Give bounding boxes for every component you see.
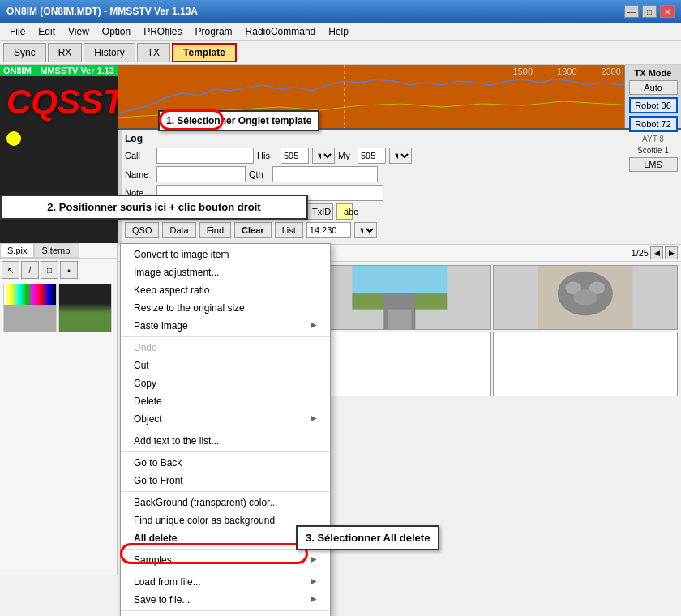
spectrum-labels: 1500 1900 2300: [513, 66, 624, 76]
freq-input[interactable]: [306, 222, 351, 238]
ctx-cut[interactable]: Cut: [121, 357, 330, 374]
robot36-btn[interactable]: Robot 36: [629, 97, 678, 113]
tab-rx[interactable]: RX: [48, 43, 83, 62]
menu-bar: File Edit View Option PROfiles Program R…: [0, 23, 681, 41]
image-cell-3[interactable]: [493, 265, 678, 330]
ctx-delete[interactable]: Delete: [121, 392, 330, 410]
data-btn[interactable]: Data: [162, 222, 195, 238]
clear-btn[interactable]: Clear: [234, 222, 272, 238]
txmode-label: TX Mode: [635, 68, 672, 78]
yellow-dot: [6, 131, 21, 146]
ctx-load-file[interactable]: Load from file...: [121, 573, 330, 591]
freq-1900: 1900: [557, 66, 576, 76]
call-input[interactable]: [156, 148, 254, 164]
his-select[interactable]: ▼: [312, 148, 335, 164]
scottie1-label: Scottie 1: [637, 146, 669, 155]
thumb-tabs: S.pix S.templ: [0, 243, 117, 259]
rect-icon[interactable]: □: [41, 261, 58, 279]
ctx-samples[interactable]: Samples: [121, 551, 330, 569]
menu-program[interactable]: Program: [189, 24, 239, 39]
cursor-icon[interactable]: ↖: [2, 261, 19, 279]
icon-toolbar: ↖ / □ ▪: [0, 259, 117, 280]
ctx-sep3: [121, 451, 330, 452]
toolbar: Sync RX History TX Template: [0, 41, 681, 65]
pencil-icon[interactable]: /: [21, 261, 39, 279]
name-input[interactable]: [156, 166, 246, 182]
my-input[interactable]: [358, 148, 386, 164]
tab-spix[interactable]: S.pix: [0, 243, 34, 258]
qth-input[interactable]: [272, 166, 378, 182]
lms-btn[interactable]: LMS: [629, 157, 678, 172]
qth-label: Qth: [249, 169, 269, 179]
title-bar: ON8IM (ON8IM.MDT) - MMSSTV Ver 1.13A — □…: [0, 0, 681, 23]
list-btn[interactable]: List: [275, 222, 303, 238]
ctx-save-file[interactable]: Save to file...: [121, 591, 330, 609]
log-buttons-row: QSO Data Find Clear List ▼: [125, 222, 678, 238]
window-controls: — □ ✕: [624, 5, 675, 18]
txid-btn[interactable]: TxID: [305, 203, 333, 220]
tab-stempl[interactable]: S.templ: [34, 243, 79, 258]
ctx-paste-image[interactable]: Paste image: [121, 317, 330, 335]
freq-2300: 2300: [602, 66, 621, 76]
callout-step3: 3. Sélectionner All delete: [296, 525, 439, 550]
ctx-options[interactable]: Options: [121, 613, 330, 616]
image-cell-5[interactable]: [307, 332, 492, 396]
preview-header: ON8IM MMSSTV Ver 1.13: [0, 65, 118, 76]
version-label: MMSSTV Ver 1.13: [40, 66, 114, 75]
ctx-resize-orig[interactable]: Resize to the original size: [121, 299, 330, 317]
ctx-object[interactable]: Object: [121, 410, 330, 428]
menu-profiles[interactable]: PROfiles: [137, 24, 188, 39]
band-select[interactable]: ▼: [354, 222, 377, 238]
svg-rect-8: [388, 310, 411, 329]
close-button[interactable]: ✕: [660, 5, 675, 18]
menu-option[interactable]: Option: [96, 24, 137, 39]
his-input[interactable]: [281, 148, 309, 164]
qso-btn[interactable]: QSO: [125, 222, 159, 238]
tab-template[interactable]: Template: [172, 43, 237, 62]
ctx-sep2: [121, 430, 330, 430]
filled-rect-icon[interactable]: ▪: [60, 261, 78, 279]
page-prev-btn[interactable]: ◀: [650, 246, 663, 259]
ctx-convert[interactable]: Convert to image item: [121, 246, 330, 263]
image-cell-2[interactable]: [307, 265, 492, 330]
log-name-row: Name Qth: [125, 166, 678, 182]
his-label: His: [257, 151, 277, 160]
thumbnails-panel: [0, 280, 117, 575]
minimize-button[interactable]: —: [624, 5, 639, 18]
tab-sync[interactable]: Sync: [3, 43, 46, 62]
find-btn[interactable]: Find: [199, 222, 231, 238]
ctx-undo[interactable]: Undo: [121, 339, 330, 357]
ctx-keep-aspect[interactable]: Keep aspect ratio: [121, 281, 330, 299]
auto-btn[interactable]: Auto: [629, 80, 678, 95]
my-label: My: [338, 151, 354, 160]
menu-file[interactable]: File: [3, 24, 32, 39]
ctx-sep7: [121, 610, 330, 611]
robot72-btn[interactable]: Robot 72: [629, 116, 678, 132]
log-title: Log: [125, 133, 678, 144]
ctx-add-text[interactable]: Add text to the list...: [121, 432, 330, 450]
tab-tx[interactable]: TX: [137, 43, 170, 62]
callsign-label: ON8IM: [3, 66, 32, 75]
my-select[interactable]: ▼: [389, 148, 412, 164]
menu-radiocommand[interactable]: RadioCommand: [239, 24, 323, 39]
ctx-image-adj[interactable]: Image adjustment...: [121, 263, 330, 281]
thumb-1[interactable]: [3, 284, 57, 332]
tab-history[interactable]: History: [84, 43, 135, 62]
ctx-copy[interactable]: Copy: [121, 374, 330, 392]
left-panel: ON8IM MMSSTV Ver 1.13 CQSSTV S.pix S.tem…: [0, 65, 118, 575]
ayt-label: AYT 8: [642, 135, 664, 143]
log-area: Log Call His ▼ My ▼ Name: [122, 130, 681, 244]
page-counter: 1/25: [632, 248, 649, 258]
menu-edit[interactable]: Edit: [32, 24, 62, 39]
maximize-button[interactable]: □: [642, 5, 657, 18]
thumb-2[interactable]: [58, 284, 112, 332]
ctx-bg-color[interactable]: BackGround (transparent) color...: [121, 494, 330, 511]
image-cell-6[interactable]: [493, 332, 678, 396]
page-next-btn[interactable]: ▶: [665, 246, 678, 259]
ctx-sep1: [121, 336, 330, 337]
menu-view[interactable]: View: [62, 24, 96, 39]
ctx-go-back[interactable]: Go to Back: [121, 454, 330, 472]
menu-help[interactable]: Help: [322, 24, 355, 39]
ctx-go-front[interactable]: Go to Front: [121, 472, 330, 490]
abc-btn[interactable]: abc: [336, 203, 353, 220]
